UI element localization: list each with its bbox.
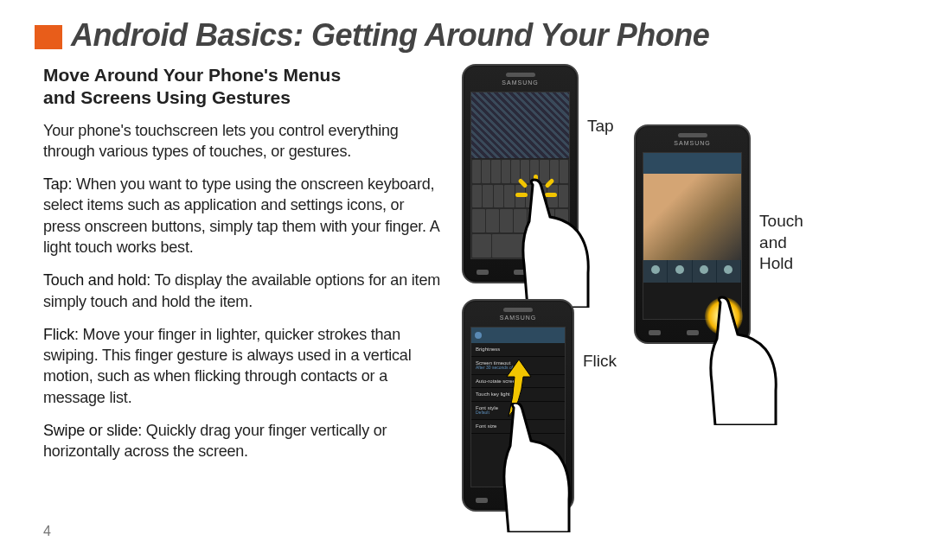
phone-speaker (506, 73, 535, 77)
term-swipe: Swipe or slide: (43, 422, 142, 439)
phone-frame: SAMSUNG (634, 124, 751, 344)
title-row: Android Basics: Getting Around Your Phon… (35, 17, 899, 54)
phone-speaker (503, 308, 533, 312)
text-column: Move Around Your Phone's Menus and Scree… (35, 64, 441, 512)
tap-paragraph: Tap: When you want to type using the ons… (43, 174, 441, 258)
settings-item: Font size (471, 420, 565, 434)
phone-screen-contact (643, 152, 742, 320)
swipe-paragraph: Swipe or slide: Quickly drag your finger… (43, 420, 441, 462)
phone-nav-buttons (464, 498, 573, 503)
subhead-line: Move Around Your Phone's Menus (43, 65, 341, 85)
touch-hold-label: Touch and Hold (759, 211, 803, 275)
phone-brand: SAMSUNG (464, 315, 573, 321)
illustration-column: SAMSUNG (462, 64, 899, 512)
accent-block (35, 25, 62, 49)
label-line: Hold (759, 254, 793, 272)
section-subhead: Move Around Your Phone's Menus and Scree… (43, 64, 441, 110)
label-line: and (759, 233, 787, 251)
intro-paragraph: Your phone's touchscreen lets you contro… (43, 120, 441, 162)
tap-label: Tap (587, 116, 614, 137)
phone-brand: SAMSUNG (636, 140, 749, 146)
phone-frame: SAMSUNG BrightnessScreen timeoutAfter 30… (462, 299, 574, 512)
tap-illustration: SAMSUNG (462, 64, 617, 283)
touch-hold-illustration: SAMSUNG Touch (634, 124, 803, 344)
term-touchhold: Touch and hold: (43, 271, 150, 289)
hold-ring-icon (705, 297, 743, 335)
term-flick: Flick: (43, 326, 79, 343)
phone-frame: SAMSUNG (462, 64, 579, 283)
flick-paragraph: Flick: Move your finger in lighter, quic… (43, 324, 441, 408)
tap-burst-icon (517, 176, 555, 214)
subhead-line: and Screens Using Gestures (43, 87, 291, 107)
term-tap: Tap: (43, 175, 72, 193)
page-title: Android Basics: Getting Around Your Phon… (71, 17, 709, 54)
label-line: Touch (759, 212, 803, 230)
flick-arrow-icon (502, 353, 536, 422)
touchhold-paragraph: Touch and hold: To display the available… (43, 270, 441, 312)
phone-screen-keyboard (470, 92, 570, 259)
flick-label: Flick (583, 351, 617, 372)
flick-illustration: SAMSUNG BrightnessScreen timeoutAfter 30… (462, 299, 617, 512)
term-text: Move your finger in lighter, quicker str… (43, 326, 411, 406)
page-number: 4 (43, 524, 51, 539)
phone-speaker (678, 133, 707, 137)
term-text: When you want to type using the onscreen… (43, 175, 438, 256)
phone-nav-buttons (464, 270, 577, 275)
phone-brand: SAMSUNG (464, 80, 577, 86)
